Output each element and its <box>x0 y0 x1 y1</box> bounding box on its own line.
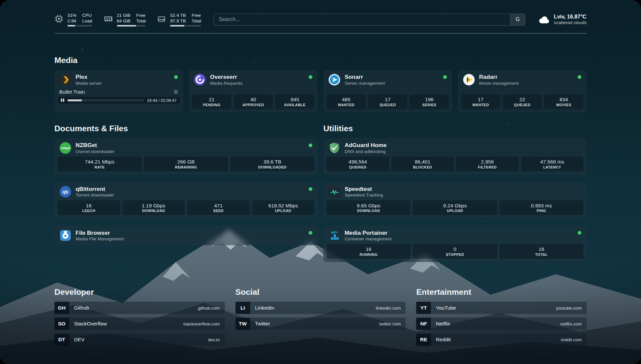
cpu-values: 31% 2.94 <box>68 12 76 24</box>
bookmark-domain: github.com <box>198 305 225 310</box>
stat-label: PENDING <box>193 103 230 107</box>
weather-widget: Lviv, 16.87°C scattered clouds <box>537 14 587 25</box>
qbittorrent-card-title: qBittorrent <box>76 186 114 193</box>
disk-values: 52.4 TB 97.9 TB <box>170 12 186 24</box>
radarr-card-header: Radarr Movie management <box>458 70 587 88</box>
overseerr-card[interactable]: Overseerr Media Requests 21 PENDING 4 <box>189 70 318 112</box>
media-card-grid: Plex Media server Bullet Train ⚙ <box>54 70 587 112</box>
bookmark-netflix[interactable]: NF Netflix netflix.com <box>416 318 587 330</box>
filebrowser-card[interactable]: File Browser Media File Management <box>54 226 318 245</box>
cpu-usage-percent: 31% <box>68 12 76 18</box>
bookmark-name: Github <box>69 305 89 311</box>
stat-value: 86,401 <box>392 159 453 165</box>
bookmark-name: Netflix <box>431 321 450 326</box>
nzbget-card-subtitle: Usenet downloader <box>76 149 114 154</box>
twitter-abbr-badge: TW <box>235 318 250 330</box>
stat-label: RATE <box>58 165 141 170</box>
portainer-icon <box>328 229 341 242</box>
nzbget-stat-remaining: 266 GB REMAINING <box>144 157 228 171</box>
portainer-card[interactable]: Media Portainer Container management 16 … <box>323 226 587 262</box>
search-provider-button[interactable]: G <box>510 14 525 25</box>
filebrowser-card-title: File Browser <box>76 229 124 236</box>
bookmark-github[interactable]: GH Github github.com <box>54 302 225 314</box>
overseerr-stat-available: 945 AVAILABLE <box>275 94 315 109</box>
bookmark-youtube[interactable]: YT YouTube youtube.com <box>416 302 587 314</box>
radarr-card-subtitle: Movie management <box>479 80 519 86</box>
cloud-icon <box>537 15 550 24</box>
stat-value: 47.569 ms <box>522 159 583 165</box>
stat-value: 471 <box>188 202 249 209</box>
nzbget-card-titles: NZBGet Usenet downloader <box>76 142 114 154</box>
ram-values: 21 GiB 64 GiB <box>117 12 131 24</box>
adguard-stat-blocked: 86,401 BLOCKED <box>391 157 454 171</box>
stat-value: 2,956 <box>457 159 518 165</box>
stat-label: UPLOAD <box>414 209 496 214</box>
bookmark-name: DEV <box>69 337 85 343</box>
stat-value: 834 <box>545 97 583 103</box>
sonarr-card[interactable]: Sonarr Series management 485 WANTED 1 <box>323 70 452 112</box>
youtube-abbr-badge: YT <box>416 302 431 314</box>
stat-label: STOPPED <box>414 253 496 257</box>
bookmark-name: StackOverflow <box>69 321 107 326</box>
disk-widget-text: 52.4 TB 97.9 TB Free Total <box>170 12 201 24</box>
nzbget-card[interactable]: nzbget NZBGet Usenet downloader 744.21 M… <box>54 138 318 174</box>
stat-value: 945 <box>276 97 314 103</box>
svg-text:qb: qb <box>62 189 68 195</box>
plex-playback-track[interactable] <box>67 99 144 101</box>
adguard-card[interactable]: AdGuard Home DNS and adblocking 498,564 … <box>323 138 587 174</box>
radarr-card[interactable]: Radarr Movie management 17 WANTED 22 <box>458 70 587 112</box>
stat-value: 17 <box>462 97 500 103</box>
pause-bar-left <box>61 99 62 102</box>
qbittorrent-stat-seed: 471 SEED <box>187 200 250 215</box>
overseerr-card-title: Overseerr <box>210 74 243 80</box>
stat-value: 16 <box>327 246 410 253</box>
ram-widget-text: 21 GiB 64 GiB Free Total <box>117 12 146 24</box>
stat-value: 485 <box>327 97 365 103</box>
plex-pause-button[interactable] <box>61 99 64 102</box>
nzbget-status-dot <box>309 143 312 147</box>
cpu-label-top: CPU <box>82 12 92 18</box>
bookmark-linkedin[interactable]: LI LinkedIn linkedin.com <box>235 302 406 314</box>
plex-settings-gear-icon[interactable]: ⚙ <box>173 89 178 95</box>
disk-icon <box>157 14 166 23</box>
developer-section-title: Developer <box>54 288 225 297</box>
bookmark-reddit[interactable]: RE Reddit reddit.com <box>416 334 587 346</box>
plex-playback-time: 24:44 / 02:06:47 <box>147 98 177 103</box>
stat-value: 16 <box>500 246 583 253</box>
resource-widgets: 31% 2.94 CPU Load <box>54 12 201 26</box>
dashboard-content: 31% 2.94 CPU Load <box>54 0 587 349</box>
bookmarks-section: Developer GH Github github.com SO StackO… <box>54 288 587 349</box>
plex-card[interactable]: Plex Media server Bullet Train ⚙ <box>54 70 183 112</box>
search-input[interactable] <box>214 14 510 25</box>
portainer-card-title: Media Portainer <box>345 229 392 236</box>
stat-value: 498,564 <box>327 159 388 165</box>
stat-label: WANTED <box>327 103 365 107</box>
stat-label: LEECH <box>58 209 119 214</box>
bookmark-twitter[interactable]: TW Twitter twitter.com <box>235 318 406 330</box>
ram-widget: 21 GiB 64 GiB Free Total <box>104 12 146 26</box>
cpu-widget-text: 31% 2.94 CPU Load <box>68 12 92 24</box>
utilities-section-title: Utilities <box>323 124 587 134</box>
portainer-stat-total: 16 TOTAL <box>500 244 584 259</box>
github-abbr-badge: GH <box>54 302 69 314</box>
qbittorrent-card[interactable]: qb qBittorrent Torrent downloader 16 <box>54 182 318 218</box>
speedtest-card[interactable]: Speedtest Speedtest Tracking 9.65 Gbps D… <box>323 182 587 218</box>
bookmark-dev[interactable]: DT DEV dev.to <box>54 334 225 346</box>
ram-label-top: Free <box>136 12 146 18</box>
bookmark-stackoverflow[interactable]: SO StackOverflow stackoverflow.com <box>54 318 225 330</box>
speedtest-stat-ping: 0.993 ms PING <box>500 200 584 215</box>
sonarr-card-titles: Sonarr Series management <box>345 74 385 86</box>
disk-widget-body: 52.4 TB 97.9 TB Free Total <box>170 12 201 26</box>
adguard-card-header: AdGuard Home DNS and adblocking <box>323 138 587 157</box>
speedtest-stat-upload: 9.24 Gbps UPLOAD <box>413 200 497 215</box>
overseerr-stats: 21 PENDING 40 APPROVED 945 AVAILABLE <box>189 94 318 112</box>
radarr-stat-movies: 834 MOVIES <box>544 94 584 109</box>
stat-label: QUERIES <box>327 165 388 170</box>
adguard-card-subtitle: DNS and adblocking <box>345 149 386 154</box>
stat-value: 9.24 Gbps <box>414 202 496 209</box>
stackoverflow-abbr-badge: SO <box>54 318 69 330</box>
overseerr-card-titles: Overseerr Media Requests <box>210 74 243 86</box>
cpu-label-bottom: Load <box>82 18 92 24</box>
nzbget-stat-downloaded: 39.6 TB DOWNLOADED <box>230 157 315 171</box>
stat-label: APPROVED <box>234 103 272 107</box>
